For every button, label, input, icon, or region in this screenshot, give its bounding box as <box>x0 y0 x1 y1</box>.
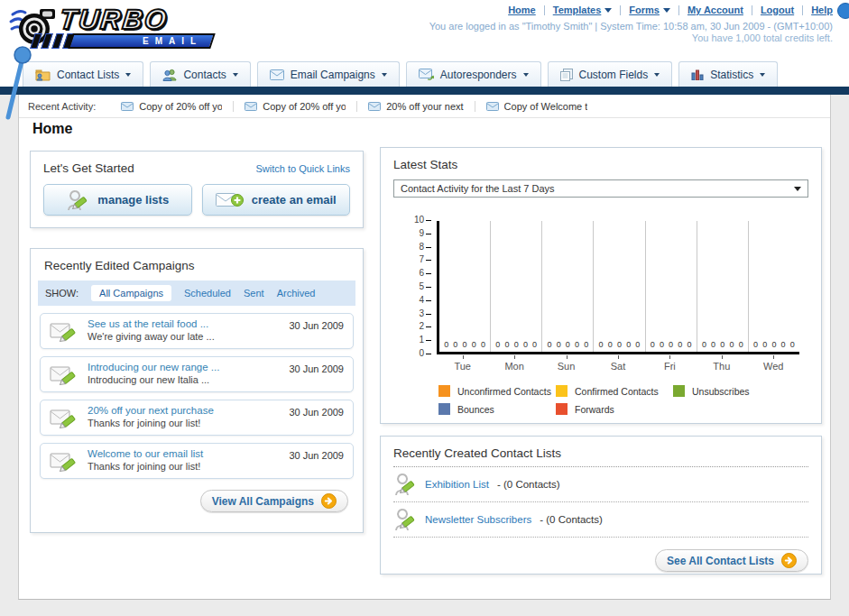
see-all-contact-lists-button[interactable]: See All Contact Lists <box>655 549 808 572</box>
chart-value-label: 0 <box>669 341 673 350</box>
chart-day-group: 00000 <box>697 221 749 352</box>
view-all-campaigns-button[interactable]: View All Campaigns <box>200 490 348 512</box>
divider <box>802 5 803 15</box>
filter-scheduled[interactable]: Scheduled <box>184 288 231 299</box>
y-tick-label: 4 <box>419 296 424 305</box>
legend-item: Bounces <box>438 403 556 415</box>
caret-down-icon <box>654 73 660 77</box>
caret-down-icon <box>760 73 765 77</box>
list-edit-icon <box>393 507 417 532</box>
y-tick-mark <box>426 220 431 221</box>
campaign-date: 30 Jun 2009 <box>289 362 344 387</box>
y-tick-label: 10 <box>414 216 424 225</box>
chart-value-label: 0 <box>753 341 758 350</box>
chart-value-label: 0 <box>599 341 604 350</box>
bar-chart-icon <box>691 69 704 80</box>
nav-tab-label: Contact Lists <box>57 69 119 81</box>
chart-value-label: 0 <box>762 341 767 350</box>
logo-title: TURBO <box>58 4 170 36</box>
switch-quick-links[interactable]: Switch to Quick Links <box>255 163 350 174</box>
legend-item: Forwards <box>556 403 673 415</box>
logo-banner: EMAIL <box>68 33 216 49</box>
nav-tab-custom-fields[interactable]: Custom Fields <box>548 61 673 87</box>
contact-list-row[interactable]: Newsletter Subscribers - (0 Contacts) <box>393 502 808 538</box>
stats-dropdown[interactable]: Contact Activity for the Last 7 Days <box>393 179 808 198</box>
link-logout[interactable]: Logout <box>761 5 794 15</box>
campaign-link[interactable]: Introducing our new range ... <box>88 362 280 372</box>
campaign-edit-icon <box>50 405 78 430</box>
campaign-link[interactable]: 20% off your next purchase <box>88 405 280 416</box>
filter-archived[interactable]: Archived <box>277 288 316 299</box>
envelope-icon <box>368 102 381 111</box>
recent-activity-item[interactable]: Copy of 20% off yo <box>233 101 356 112</box>
chart-value-label: 0 <box>495 341 500 350</box>
link-home[interactable]: Home <box>508 5 536 15</box>
top-header: TURBO EMAIL Home Templates Forms My Acco… <box>0 0 849 61</box>
manage-lists-button[interactable]: manage lists <box>43 184 192 216</box>
chart-plot: 00000000000000000000000000000000000 <box>437 221 799 354</box>
filter-sent[interactable]: Sent <box>244 288 264 299</box>
filter-all-campaigns[interactable]: All Campaigns <box>91 285 171 301</box>
contact-list-link[interactable]: Exhibition List <box>425 479 489 490</box>
manage-lists-label: manage lists <box>97 193 169 207</box>
chart-value-label: 0 <box>702 341 706 350</box>
campaign-filter-bar: SHOW: All Campaigns Scheduled Sent Archi… <box>38 280 355 306</box>
nav-tab-autoresponders[interactable]: Autoresponders <box>406 61 541 87</box>
divider <box>752 5 752 15</box>
nav-divider-bar <box>0 87 849 95</box>
y-tick-label: 1 <box>419 336 424 345</box>
y-tick-label: 8 <box>419 243 424 252</box>
nav-tab-email-campaigns[interactable]: Email Campaigns <box>257 61 400 87</box>
recent-activity-item[interactable]: Copy of Welcome to <box>475 101 598 112</box>
chart-day-group: 00000 <box>491 221 542 352</box>
legend-swatch <box>438 403 450 415</box>
campaign-row[interactable]: Introducing our new range ...Introducing… <box>40 356 354 392</box>
link-forms[interactable]: Forms <box>629 5 670 15</box>
chart-value-label: 0 <box>453 341 457 350</box>
chart-value-label: 0 <box>720 341 724 350</box>
stats-chart: 012345678910 000000000000000000000000000… <box>437 221 799 372</box>
chart-day-group: 00000 <box>646 221 697 352</box>
see-all-contact-lists-label: See All Contact Lists <box>667 555 774 567</box>
y-tick-mark <box>426 354 431 354</box>
caret-down-icon <box>604 8 612 13</box>
y-tick-label: 5 <box>419 282 424 291</box>
nav-tab-statistics[interactable]: Statistics <box>678 61 778 87</box>
y-tick-label: 6 <box>419 269 424 278</box>
legend-item: Unconfirmed Contacts <box>438 385 556 397</box>
chart-value-label: 0 <box>523 341 528 350</box>
campaign-row[interactable]: Welcome to our email listThanks for join… <box>40 443 354 479</box>
contact-list-link[interactable]: Newsletter Subscribers <box>425 514 531 525</box>
link-help[interactable]: Help <box>811 5 833 15</box>
recent-activity-item[interactable]: 20% off your next <box>356 101 474 112</box>
campaign-row[interactable]: See us at the retail food ...We're givin… <box>40 313 354 349</box>
campaign-date: 30 Jun 2009 <box>289 448 344 473</box>
x-axis-label: Tue <box>437 355 488 372</box>
campaign-link[interactable]: Welcome to our email list <box>88 448 280 459</box>
recent-activity-item[interactable]: Copy of 20% off yo <box>110 101 233 112</box>
caret-down-icon <box>233 73 238 77</box>
chart-value-label: 0 <box>584 341 588 350</box>
help-bubble-icon[interactable] <box>837 3 849 19</box>
y-tick-label: 2 <box>419 322 424 331</box>
envelope-icon <box>121 102 134 111</box>
link-my-account[interactable]: My Account <box>688 5 743 15</box>
chart-value-label: 0 <box>566 341 570 350</box>
contact-list-row[interactable]: Exhibition List - (0 Contacts) <box>393 467 808 502</box>
campaign-edit-icon <box>50 448 78 473</box>
main-nav: Contact Lists Contacts Email Campaigns A… <box>0 61 849 87</box>
chart-value-label: 0 <box>505 341 510 350</box>
campaign-link[interactable]: See us at the retail food ... <box>88 318 280 329</box>
campaign-row[interactable]: 20% off your next purchaseThanks for joi… <box>40 400 354 436</box>
logo-subtitle: EMAIL <box>143 36 202 46</box>
nav-tab-contact-lists[interactable]: Contact Lists <box>23 61 143 87</box>
folder-user-icon <box>35 69 51 81</box>
content-area: Recent Activity: Copy of 20% off yo Copy… <box>18 95 831 600</box>
envelope-icon <box>245 102 257 111</box>
nav-tab-contacts[interactable]: Contacts <box>150 61 250 87</box>
create-email-button[interactable]: create an email <box>202 184 351 216</box>
link-templates[interactable]: Templates <box>553 5 613 15</box>
chart-day-group: 00000 <box>594 221 645 352</box>
chart-value-label: 0 <box>678 341 682 350</box>
recent-activity-text: Copy of 20% off yo <box>139 101 222 112</box>
